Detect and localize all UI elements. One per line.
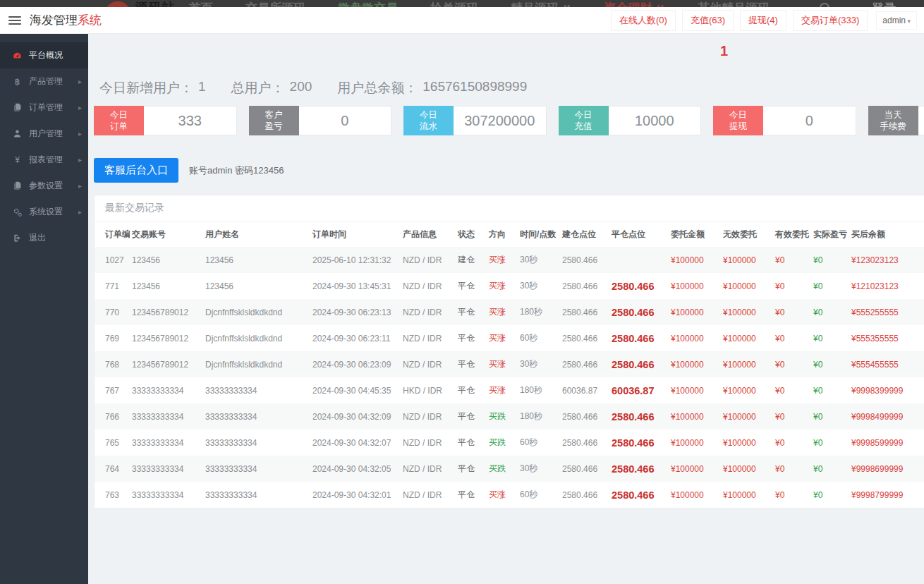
stat-card-value: 0 xyxy=(918,106,924,135)
cell-direction: 买涨 xyxy=(487,299,518,325)
stat-card-label: 今日 流水 xyxy=(403,106,454,135)
header-stat-link-1[interactable]: 充值(63) xyxy=(682,10,734,31)
table-row: 10271234561234562025-06-10 12:31:32NZD /… xyxy=(95,247,924,273)
cell-profit: ¥0 xyxy=(811,456,849,482)
cell-direction: 买跌 xyxy=(487,456,518,482)
cell-id: 771 xyxy=(95,273,130,299)
cell-invalid: ¥100000 xyxy=(721,325,773,351)
cell-profit: ¥0 xyxy=(811,325,849,351)
app-title-accent: 系统 xyxy=(78,13,102,27)
header-stat-link-2[interactable]: 提现(4) xyxy=(740,10,786,31)
app-title-main: 海发管理 xyxy=(30,13,78,27)
sidebar-item-1[interactable]: ฿产品管理▸ xyxy=(0,68,88,95)
cell-name: 33333333334 xyxy=(203,403,310,430)
chevron-right-icon: ▸ xyxy=(78,208,82,216)
sidebar-item-4[interactable]: ¥报表管理▸ xyxy=(0,147,88,173)
sidebar: 平台概况฿产品管理▸订单管理▸用户管理▸¥报表管理▸参数设置▸系统设置▸退出 xyxy=(0,34,88,584)
cell-invalid: ¥100000 xyxy=(721,482,773,508)
menu-toggle-icon[interactable] xyxy=(8,16,21,25)
header-stat-link-0[interactable]: 在线人数(0) xyxy=(611,10,676,31)
cell-valid: ¥0 xyxy=(773,482,811,508)
bitcoin-icon: ฿ xyxy=(12,76,23,87)
background-nav-right: 登录 xyxy=(820,1,896,7)
cell-status: 平仓 xyxy=(456,351,487,377)
summary-item-0: 今日新增用户：1 xyxy=(99,79,206,97)
table-row: 76533333333334333333333342024-09-30 04:3… xyxy=(95,430,924,456)
cell-duration: 30秒 xyxy=(518,273,560,299)
chevron-down-icon: ▾ xyxy=(906,18,911,25)
cell-product: NZD / IDR xyxy=(401,430,456,456)
cell-entrust: ¥100000 xyxy=(669,273,721,299)
cell-open_point: 2580.466 xyxy=(560,482,609,508)
cell-valid: ¥0 xyxy=(773,247,811,273)
stat-card-value: 0 xyxy=(299,106,392,135)
stat-card-value: 0 xyxy=(763,106,856,135)
cell-valid: ¥0 xyxy=(773,456,811,482)
cell-balance: ¥9998599999 xyxy=(849,430,924,456)
cell-balance: ¥555455555 xyxy=(849,351,924,377)
cell-close_point: 2580.466 xyxy=(609,403,669,430)
table-row: 76633333333334333333333342024-09-30 04:3… xyxy=(95,403,924,430)
column-header: 方向 xyxy=(487,221,518,247)
cell-close_point: 2580.466 xyxy=(609,456,669,482)
user-menu[interactable]: admin ▾ xyxy=(876,11,917,30)
cell-name: 33333333334 xyxy=(203,430,310,456)
search-icon xyxy=(820,3,829,7)
sidebar-item-label: 参数设置 xyxy=(29,180,63,192)
cell-entrust: ¥100000 xyxy=(669,403,721,430)
cell-balance: ¥555255555 xyxy=(849,299,924,325)
cell-time: 2024-09-30 04:32:01 xyxy=(310,482,401,508)
cell-time: 2024-09-30 06:23:09 xyxy=(310,351,401,377)
app-header: 海发管理系统 在线人数(0)充值(63)提现(4)交易订单(333)admin … xyxy=(0,7,924,34)
logout-icon xyxy=(12,233,23,243)
chevron-right-icon: ▸ xyxy=(78,130,82,138)
sidebar-item-3[interactable]: 用户管理▸ xyxy=(0,121,88,147)
sidebar-item-label: 产品管理 xyxy=(29,75,63,87)
cell-account: 123456789012 xyxy=(130,299,203,325)
sidebar-item-0[interactable]: 平台概况 xyxy=(0,42,88,68)
cell-account: 123456 xyxy=(130,247,203,273)
cell-id: 769 xyxy=(95,325,130,351)
chevron-right-icon: ▸ xyxy=(78,78,82,85)
table-row: 769123456789012Djcnfnffsklsldkdkdnd2024-… xyxy=(95,325,924,351)
cell-open_point: 2580.466 xyxy=(560,430,609,456)
table-row: 76433333333334333333333342024-09-30 04:3… xyxy=(95,456,924,482)
column-header: 建仓点位 xyxy=(560,221,609,247)
gears-icon xyxy=(12,207,23,217)
cell-direction: 买涨 xyxy=(487,247,518,273)
cell-close_point xyxy=(609,247,669,273)
cell-profit: ¥0 xyxy=(811,482,849,508)
stat-card-label: 客户 盈亏 xyxy=(249,106,299,135)
cell-name: Djcnfnffsklsldkdkdnd xyxy=(203,299,310,325)
sidebar-item-5[interactable]: 参数设置▸ xyxy=(0,173,88,199)
cell-account: 33333333334 xyxy=(130,403,203,430)
stat-card-0: 今日 订单333 xyxy=(94,106,237,135)
sidebar-item-6[interactable]: 系统设置▸ xyxy=(0,199,88,225)
cell-open_point: 2580.466 xyxy=(560,273,609,299)
sidebar-item-7[interactable]: 退出 xyxy=(0,225,88,251)
header-stat-link-3[interactable]: 交易订单(333) xyxy=(793,10,868,31)
summary-label: 总用户： xyxy=(231,79,285,97)
cell-status: 平仓 xyxy=(456,430,487,456)
summary-item-2: 用户总余额：16576150898999 xyxy=(337,79,527,97)
cell-direction: 买涨 xyxy=(487,273,518,299)
column-header: 买后余额 xyxy=(849,221,924,247)
service-portal-button[interactable]: 客服后台入口 xyxy=(94,158,178,183)
cell-close_point: 60036.87 xyxy=(609,377,669,403)
column-header: 实际盈亏 xyxy=(811,221,849,247)
sidebar-item-2[interactable]: 订单管理▸ xyxy=(0,95,88,121)
cell-status: 平仓 xyxy=(456,403,487,430)
stat-card-value: 10000 xyxy=(609,106,702,135)
table-row: 76733333333334333333333342024-09-30 04:4… xyxy=(95,377,924,403)
cell-status: 平仓 xyxy=(456,273,487,299)
cell-close_point: 2580.466 xyxy=(609,430,669,456)
summary-item-1: 总用户：200 xyxy=(231,79,312,97)
gauge-icon xyxy=(12,50,23,61)
summary-label: 今日新增用户： xyxy=(99,79,193,97)
cell-status: 建仓 xyxy=(456,247,487,273)
cell-direction: 买跌 xyxy=(487,403,518,430)
cell-balance: ¥123023123 xyxy=(849,247,924,273)
cell-balance: ¥9998399999 xyxy=(849,377,924,403)
cell-open_point: 2580.466 xyxy=(560,247,609,273)
column-header: 无效委托 xyxy=(721,221,773,247)
